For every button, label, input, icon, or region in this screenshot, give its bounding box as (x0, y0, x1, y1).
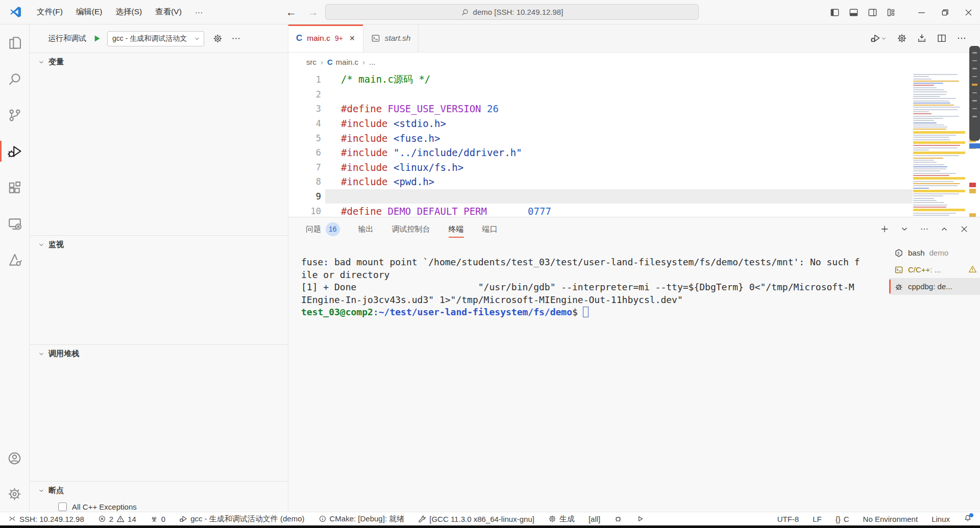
activity-item-cmake[interactable] (0, 242, 29, 278)
statusbar-eol[interactable]: LF (813, 515, 822, 523)
editor-action-debug-run[interactable] (870, 33, 887, 43)
panel-action-chevron-up[interactable] (940, 224, 949, 234)
statusbar-cmake-run[interactable] (636, 515, 644, 523)
section-header-断点[interactable]: 断点 (30, 482, 288, 499)
editor-scrollbar-thumb[interactable] (969, 46, 980, 141)
breadcrumb-item-src[interactable]: src (306, 58, 316, 66)
statusbar-language[interactable]: {}C (836, 515, 849, 523)
toggle-sidebar-button[interactable] (830, 8, 840, 17)
back-button[interactable]: ← (286, 6, 297, 18)
terminal-session-bash[interactable]: $bashdemo (889, 244, 980, 261)
code-editor[interactable]: 1/* main.c源码 */23#define FUSE_USE_VERSIO… (288, 71, 980, 217)
minimap-line (913, 177, 965, 180)
activity-item-run-and-debug[interactable] (0, 133, 29, 169)
minimap-line (913, 74, 958, 75)
panel-tab-输出[interactable]: 输出 (358, 217, 374, 241)
restore-icon (940, 8, 950, 17)
code-line-9: 9 (288, 189, 913, 204)
menu-item-2[interactable]: 选择(S) (109, 5, 149, 20)
minimap-line (913, 141, 965, 144)
minimize-button[interactable] (910, 0, 933, 24)
debug-more-actions[interactable] (231, 34, 241, 43)
activity-item-settings[interactable] (0, 476, 29, 512)
customize-layout-button[interactable] (887, 8, 896, 17)
svg-text:$: $ (897, 250, 900, 255)
activity-item-account[interactable] (0, 440, 29, 476)
panel-tab-终端[interactable]: 终端 (449, 217, 464, 241)
statusbar-cmake-kit[interactable]: [GCC 11.3.0 x86_64-linux-gnu] (418, 515, 534, 523)
scrollbar-dash (972, 68, 977, 69)
menu-more-button[interactable]: ··· (188, 5, 210, 20)
minimap-line (913, 100, 949, 102)
section-header-变量[interactable]: 变量 (30, 53, 288, 71)
panel-action-plus[interactable] (880, 224, 889, 234)
breakpoint-row[interactable]: All C++ Exceptions (30, 499, 288, 514)
statusbar-notifications[interactable] (964, 514, 972, 524)
debug-settings-gear[interactable] (213, 34, 223, 43)
terminal-output[interactable]: fuse: bad mount point `/home/students/te… (288, 241, 889, 512)
tab-close-button[interactable]: ✕ (349, 34, 355, 42)
menu-item-0[interactable]: 文件(F) (30, 5, 69, 20)
statusbar-cmake-status[interactable]: CMake: [Debug]: 就绪 (318, 514, 405, 524)
statusbar-cmake-debug[interactable] (614, 515, 622, 523)
status-text: 2 (109, 515, 113, 523)
minimap-line (913, 96, 940, 97)
code-line-8: 8#include <pwd.h> (288, 174, 913, 189)
debug-config-select[interactable]: gcc - 生成和调试活动文 (107, 31, 204, 46)
terminal-session-C/C++: ...[interactable]: C/C++: ... (889, 261, 980, 278)
statusbar-debug-launch[interactable]: gcc - 生成和调试活动文件 (demo) (179, 514, 304, 524)
toggle-panel-button[interactable] (849, 8, 859, 17)
section-header-调用堆栈[interactable]: 调用堆栈 (30, 345, 288, 363)
activity-item-remote-explorer[interactable] (0, 206, 29, 242)
status-text: UTF-8 (777, 515, 799, 523)
bash-icon: $ (894, 248, 903, 258)
statusbar-cmake-build[interactable]: 生成 (548, 514, 575, 524)
command-center-search[interactable]: demo [SSH: 10.249.12.98] (325, 4, 699, 20)
menu-item-1[interactable]: 编辑(E) (69, 5, 109, 20)
close-button[interactable] (957, 0, 980, 24)
tab-start.sh[interactable]: start.sh (363, 24, 419, 52)
panel-tab-问题[interactable]: 问题16 (306, 217, 340, 241)
statusbar-remote-indicator[interactable]: SSH: 10.249.12.98 (8, 515, 84, 523)
panel-action-more[interactable] (920, 224, 929, 234)
breadcrumb-separator: › (321, 58, 323, 66)
panel-tab-调试控制台[interactable]: 调试控制台 (392, 217, 430, 241)
toggle-secondary-sidebar-button[interactable] (868, 8, 877, 17)
minimap-line (913, 183, 960, 184)
editor-action-install[interactable] (917, 33, 927, 43)
forward-button[interactable]: → (308, 6, 318, 18)
breadcrumb-item-...[interactable]: ... (369, 58, 376, 66)
tab-main.c[interactable]: Cmain.c9+✕ (288, 24, 363, 52)
statusbar-problems[interactable]: 214 (98, 515, 136, 523)
statusbar-os[interactable]: Linux (932, 515, 950, 523)
problems-count-badge: 16 (326, 222, 340, 236)
close-icon (964, 8, 973, 17)
statusbar-build-target[interactable]: [all] (589, 515, 600, 523)
panel-tab-端口[interactable]: 端口 (482, 217, 498, 241)
exception-checkbox[interactable] (58, 502, 67, 511)
section-header-监视[interactable]: 监视 (30, 236, 288, 254)
line-number: 3 (288, 104, 321, 114)
editor-action-more[interactable] (957, 33, 967, 43)
activity-item-explorer[interactable] (0, 24, 29, 61)
breadcrumb-item-main.c[interactable]: Cmain.c (327, 58, 358, 66)
explorer-icon (7, 35, 22, 51)
minimap[interactable] (913, 74, 965, 217)
activity-item-extensions[interactable] (0, 169, 29, 206)
statusbar-environment[interactable]: No Environment (863, 515, 918, 523)
restore-button[interactable] (933, 0, 957, 24)
statusbar-ports[interactable]: 0 (150, 515, 165, 523)
token: 26 (487, 103, 499, 114)
activity-item-search[interactable] (0, 61, 29, 97)
editor-action-split-editor[interactable] (937, 33, 947, 43)
activity-item-source-control[interactable] (0, 97, 29, 133)
statusbar-encoding[interactable]: UTF-8 (777, 515, 799, 523)
code-line-1: 1/* main.c源码 */ (288, 72, 913, 87)
status-text: CMake: [Debug]: 就绪 (330, 514, 405, 524)
terminal-session-cppdbg: de...[interactable]: cppdbg: de... (889, 278, 980, 295)
editor-action-gear[interactable] (897, 33, 907, 43)
panel-action-chevron-down[interactable] (900, 224, 909, 234)
menu-item-3[interactable]: 查看(V) (149, 5, 188, 20)
start-debug-button[interactable] (92, 34, 102, 43)
panel-action-close[interactable] (960, 224, 969, 234)
